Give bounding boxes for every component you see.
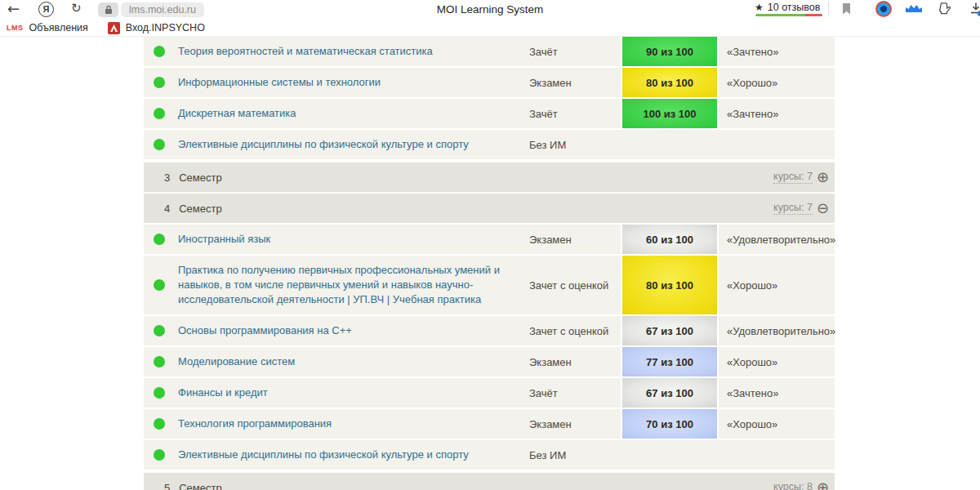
refresh-icon[interactable]: ↻ bbox=[71, 1, 82, 16]
course-link[interactable]: Иностранный язык bbox=[178, 225, 529, 254]
course-link[interactable]: Элективные дисциплины по физической куль… bbox=[178, 130, 529, 159]
semester-row[interactable]: 5 Семестр курсы: 8 ⊕ bbox=[144, 473, 835, 490]
bookmark-label: Вход.INPSYCHO bbox=[126, 22, 205, 33]
grade-text: «Хорошо» bbox=[719, 418, 835, 430]
bookmarks-bar: LMS Объявления Вход.INPSYCHO bbox=[0, 20, 980, 37]
bookmark-item-announcements[interactable]: LMS Объявления bbox=[7, 22, 88, 33]
grades-table: Теория вероятностей и математическая ста… bbox=[144, 37, 835, 490]
reviews-count-label: 10 отзывов bbox=[768, 2, 821, 13]
grade-text: «Зачтено» bbox=[719, 46, 835, 58]
bookmark-item-login[interactable]: Вход.INPSYCHO bbox=[108, 22, 205, 34]
browser-toolbar: ← Я ↻ lms.moi.edu.ru MOI Learning System… bbox=[0, 0, 980, 20]
rating-negative-segment bbox=[805, 14, 822, 16]
address-bar[interactable]: lms.moi.edu.ru bbox=[121, 2, 204, 17]
grade-text: «Хорошо» bbox=[719, 77, 835, 89]
rating-bar bbox=[755, 14, 822, 16]
grade-text: «Зачтено» bbox=[719, 387, 835, 399]
semester-row[interactable]: 4 Семестр курсы: 7 ⊖ bbox=[144, 194, 835, 223]
assessment-type: Зачет с оценкой bbox=[529, 325, 621, 337]
courses-count-link[interactable]: курсы: 8 bbox=[773, 481, 813, 490]
course-link[interactable]: Информационные системы и технологии bbox=[178, 68, 529, 97]
semester-label: Семестр bbox=[179, 203, 221, 215]
course-link[interactable]: Технология программирования bbox=[178, 409, 529, 439]
back-icon[interactable]: ← bbox=[7, 0, 20, 17]
rating-positive-segment bbox=[755, 14, 805, 16]
crown-icon bbox=[906, 5, 922, 12]
table-row: Финансы и кредит Зачёт 67 из 100 «Зачтен… bbox=[144, 378, 835, 409]
assessment-type: Экзамен bbox=[529, 356, 621, 368]
expand-icon[interactable]: ⊕ bbox=[817, 170, 829, 185]
score-cell: 100 из 100 bbox=[621, 99, 719, 128]
score-cell: 80 из 100 bbox=[621, 256, 719, 314]
status-dot-icon bbox=[154, 279, 165, 291]
star-icon: ★ bbox=[755, 2, 764, 13]
semester-number: 3 bbox=[164, 172, 170, 184]
score-cell: 80 из 100 bbox=[621, 68, 719, 97]
course-link[interactable]: Элективные дисциплины по физической куль… bbox=[178, 440, 529, 470]
toolbar-divider bbox=[828, 2, 829, 16]
table-row: Элективные дисциплины по физической куль… bbox=[144, 130, 835, 161]
status-dot-icon bbox=[154, 449, 165, 461]
courses-count-link[interactable]: курсы: 7 bbox=[773, 202, 813, 215]
score-cell: 67 из 100 bbox=[621, 316, 719, 345]
grade-text: «Хорошо» bbox=[719, 356, 835, 368]
bookmark-flag-icon[interactable] bbox=[841, 2, 852, 19]
grade-text: «Удовлетворительно» bbox=[719, 325, 835, 337]
yandex-browser-icon[interactable]: Я bbox=[38, 2, 54, 17]
extension-icon[interactable] bbox=[875, 1, 892, 17]
assessment-type: Экзамен bbox=[529, 234, 621, 246]
score-cell: 77 из 100 bbox=[621, 347, 719, 376]
status-dot-icon bbox=[154, 387, 165, 399]
status-dot-icon bbox=[154, 356, 165, 368]
table-row: Моделирование систем Экзамен 77 из 100 «… bbox=[144, 347, 835, 378]
course-link[interactable]: Финансы и кредит bbox=[178, 378, 529, 408]
table-row: Дискретная математика Зачёт 100 из 100 «… bbox=[144, 99, 835, 130]
assessment-type: Зачёт bbox=[529, 108, 621, 120]
table-row: Технология программирования Экзамен 70 и… bbox=[144, 409, 835, 440]
assessment-type: Экзамен bbox=[529, 77, 621, 89]
lock-icon bbox=[105, 5, 113, 15]
site-security-button[interactable] bbox=[98, 2, 118, 17]
score-cell: 70 из 100 bbox=[621, 409, 719, 439]
status-dot-icon bbox=[154, 139, 165, 150]
table-row: Основы программирования на C++ Зачет с о… bbox=[144, 316, 835, 347]
download-icon[interactable] bbox=[969, 2, 980, 20]
status-dot-icon bbox=[154, 325, 165, 336]
lms-favicon: LMS bbox=[7, 24, 24, 32]
status-dot-icon bbox=[154, 234, 165, 245]
status-dot-icon bbox=[154, 418, 165, 430]
glove-extension-icon[interactable] bbox=[938, 2, 951, 19]
assessment-type: Без ИМ bbox=[529, 449, 621, 461]
courses-count-link[interactable]: курсы: 7 bbox=[773, 171, 813, 184]
course-link[interactable]: Дискретная математика bbox=[178, 99, 529, 128]
assessment-type: Без ИМ bbox=[529, 139, 621, 151]
assessment-type: Экзамен bbox=[529, 418, 621, 430]
semester-label: Семестр bbox=[179, 172, 221, 184]
table-row: Иностранный язык Экзамен 60 из 100 «Удов… bbox=[144, 225, 835, 256]
assessment-type: Зачет с оценкой bbox=[529, 279, 621, 292]
semester-number: 5 bbox=[164, 482, 170, 490]
grade-text: «Удовлетворительно» bbox=[719, 234, 835, 246]
page-title: MOI Learning System bbox=[327, 3, 653, 16]
status-dot-icon bbox=[154, 46, 165, 57]
semester-number: 4 bbox=[164, 203, 170, 215]
table-row: Информационные системы и технологии Экза… bbox=[144, 68, 835, 99]
university-favicon bbox=[108, 22, 120, 34]
score-cell: 67 из 100 bbox=[621, 378, 719, 408]
course-link[interactable]: Теория вероятностей и математическая ста… bbox=[178, 37, 529, 66]
status-dot-icon bbox=[154, 77, 165, 88]
expand-icon[interactable]: ⊕ bbox=[817, 480, 829, 490]
semester-label: Семестр bbox=[179, 482, 221, 490]
status-dot-icon bbox=[154, 108, 165, 119]
site-reviews-button[interactable]: ★ 10 отзывов bbox=[755, 2, 820, 13]
semester-row[interactable]: 3 Семестр курсы: 7 ⊕ bbox=[144, 163, 835, 192]
score-cell: 60 из 100 bbox=[621, 225, 719, 254]
table-row: Практика по получению первичных професси… bbox=[144, 256, 835, 316]
course-link[interactable]: Моделирование систем bbox=[178, 347, 529, 376]
course-link[interactable]: Практика по получению первичных професси… bbox=[178, 256, 529, 314]
course-link[interactable]: Основы программирования на C++ bbox=[178, 316, 529, 345]
collapse-icon[interactable]: ⊖ bbox=[817, 201, 829, 216]
assessment-type: Зачёт bbox=[529, 46, 621, 58]
score-cell: 90 из 100 bbox=[621, 37, 719, 66]
grade-text: «Зачтено» bbox=[719, 108, 835, 120]
